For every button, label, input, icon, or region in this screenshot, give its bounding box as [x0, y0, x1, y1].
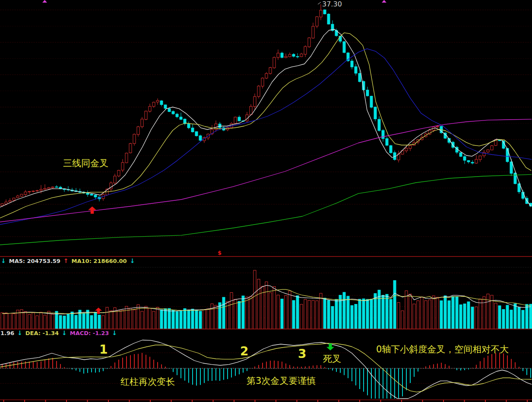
peak-label-leader [318, 2, 321, 4]
dea-line [0, 343, 532, 392]
volume-bars [1, 270, 532, 329]
ma_green_longest [0, 174, 532, 245]
ma_white_fast [0, 29, 531, 207]
chart-canvas[interactable] [0, 0, 532, 402]
ma_magenta_long [0, 119, 532, 222]
time-axis [0, 400, 532, 402]
macd-histogram [2, 353, 531, 399]
stock-chart-app: 三线同金叉 37.30 $ ↓ MA5: 204753.59 ↑ MA10: 2… [0, 0, 532, 402]
moving-average-lines [0, 29, 532, 245]
